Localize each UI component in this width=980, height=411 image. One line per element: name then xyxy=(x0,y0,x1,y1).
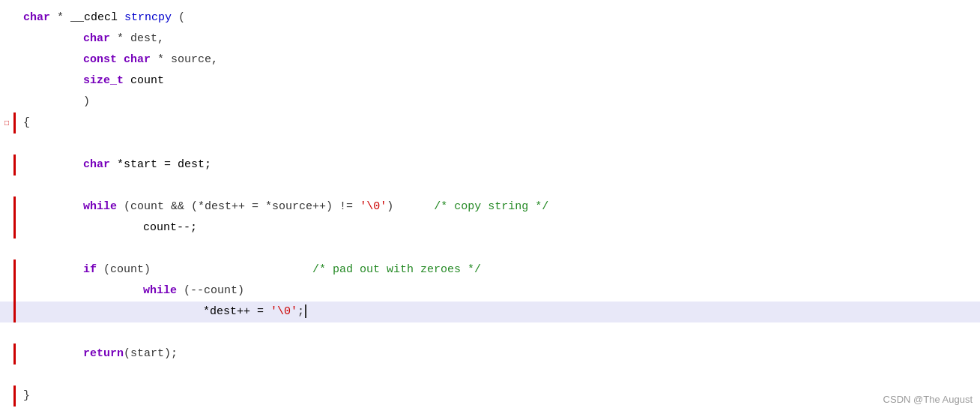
punct-token xyxy=(353,200,360,213)
code-line xyxy=(0,364,980,386)
block-bar xyxy=(13,302,16,322)
code-tokens: ) xyxy=(76,92,90,112)
code-tokens: return(start); xyxy=(76,344,178,364)
code-tokens: count--; xyxy=(136,218,197,238)
code-line xyxy=(0,238,980,260)
code-line: while (--count) xyxy=(0,280,980,302)
ident-token: count--; xyxy=(143,221,197,234)
kw-token: char xyxy=(83,32,110,45)
block-bar xyxy=(13,280,16,302)
code-tokens: char * __cdecl strncpy ( xyxy=(16,8,185,28)
punct-token: { xyxy=(23,116,30,129)
kw-token: return xyxy=(83,347,124,360)
collapse-icon[interactable]: □ xyxy=(4,119,9,128)
block-bar xyxy=(13,344,16,364)
code-line xyxy=(0,322,980,344)
code-line: □{ xyxy=(0,112,980,134)
op-token: && xyxy=(171,200,184,213)
code-line: char * __cdecl strncpy ( xyxy=(0,8,980,28)
code-tokens: while (--count) xyxy=(136,280,244,302)
punct-token: (count xyxy=(117,200,171,213)
code-tokens: *dest++ = '\0'; xyxy=(196,302,306,322)
code-tokens: char * dest, xyxy=(76,28,164,50)
punct-token: * dest, xyxy=(110,32,164,45)
punct-token: (*dest++ = *source++) xyxy=(184,200,339,213)
block-bar xyxy=(13,154,16,176)
ident-token: count xyxy=(124,74,164,87)
punct-token: * xyxy=(50,11,70,24)
code-line: size_t count xyxy=(0,70,980,92)
punct-token: * source, xyxy=(151,53,218,66)
kw-token: char xyxy=(83,158,110,171)
block-bar xyxy=(13,218,16,238)
kw-token: char xyxy=(124,53,151,66)
text-cursor xyxy=(305,304,306,318)
code-line: return(start); xyxy=(0,344,980,364)
code-line: char *start = dest; xyxy=(0,154,980,176)
kw-token: while xyxy=(83,200,117,213)
punct-token: (--count) xyxy=(177,284,244,297)
kw-token: size_t xyxy=(83,74,124,87)
cmt-token: /* pad out with zeroes */ xyxy=(312,263,481,276)
code-line: count--; xyxy=(0,218,980,238)
str-token: '\0' xyxy=(270,305,297,318)
code-tokens: } xyxy=(16,386,30,406)
cmt-token: /* copy string */ xyxy=(434,200,548,213)
watermark: CSDN @The August xyxy=(883,394,973,405)
code-tokens: if (count) /* pad out with zeroes */ xyxy=(76,260,481,280)
punct-token xyxy=(117,53,124,66)
code-tokens: char *start = dest; xyxy=(76,154,211,176)
str-token: '\0' xyxy=(360,200,387,213)
punct-token: ( xyxy=(172,11,185,24)
kw-token: char xyxy=(23,11,50,24)
kw-token: while xyxy=(143,284,177,297)
kw-token: if xyxy=(83,263,97,276)
code-viewer: char * __cdecl strncpy (char * dest,cons… xyxy=(0,0,980,411)
code-tokens: const char * source, xyxy=(76,50,218,70)
fn-token: strncpy xyxy=(124,11,172,24)
punct-token: ) xyxy=(387,200,434,213)
gutter: □ xyxy=(0,119,13,128)
code-line: ) xyxy=(0,92,980,112)
code-tokens: while (count && (*dest++ = *source++) !=… xyxy=(76,196,548,218)
code-line: if (count) /* pad out with zeroes */ xyxy=(0,260,980,280)
ident-token: __cdecl xyxy=(70,11,124,24)
kw-token: const xyxy=(83,53,117,66)
ident-token: *start = dest; xyxy=(110,158,211,171)
punct-token: (start); xyxy=(124,347,178,360)
code-line: char * dest, xyxy=(0,28,980,50)
ident-token: *dest++ = xyxy=(203,305,270,318)
code-line: while (count && (*dest++ = *source++) !=… xyxy=(0,196,980,218)
block-bar xyxy=(13,196,16,218)
punct-token: ; xyxy=(297,305,304,318)
code-line xyxy=(0,134,980,154)
code-line xyxy=(0,176,980,196)
code-line: *dest++ = '\0'; xyxy=(0,302,980,322)
punct-token: ) xyxy=(83,95,90,108)
punct-token: (count) xyxy=(97,263,312,276)
code-tokens: size_t count xyxy=(76,70,164,92)
code-line: } xyxy=(0,386,980,406)
code-tokens: { xyxy=(16,112,30,134)
block-bar xyxy=(13,260,16,280)
code-line: const char * source, xyxy=(0,50,980,70)
punct-token: } xyxy=(23,389,30,402)
op-token: != xyxy=(339,200,353,213)
